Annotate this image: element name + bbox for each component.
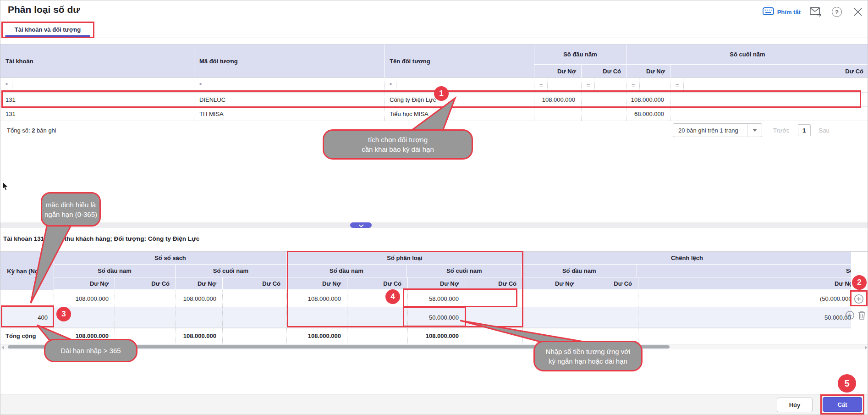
col-book-open-credit[interactable]: Dư Có [115, 277, 176, 290]
close-icon[interactable] [852, 6, 864, 18]
scroll-right-icon[interactable] [865, 346, 867, 349]
cell-book-open-debit [54, 307, 115, 327]
col-header-object-name[interactable]: Tên đối tượng [385, 44, 534, 78]
total-cls-open-credit [347, 328, 408, 343]
total-book-close-debit: 108.000.000 [176, 328, 223, 343]
prev-page-button[interactable]: Trước [773, 127, 790, 134]
subgroup-diff-closing: Số cuối năm [637, 265, 851, 277]
page-size-select[interactable]: 20 bản ghi trên 1 trang [673, 123, 762, 137]
col-header-open-credit[interactable]: Dư Có [582, 65, 626, 78]
horizontal-scrollbar[interactable] [0, 344, 868, 349]
table-row[interactable]: 131 TH MISA Tiểu học MISA 68.000.000 [0, 107, 868, 121]
record-count: Tổng số: 2 bản ghi [7, 127, 56, 134]
total-label: Tổng cộng [0, 328, 54, 343]
save-button[interactable]: Cất [823, 397, 862, 412]
col-diff-open-debit[interactable]: Dư Nợ [523, 277, 580, 290]
col-header-term[interactable]: Kỳ hạn (Ngày) [0, 252, 54, 290]
subgroup-cls-closing: Số cuối năm [407, 265, 522, 277]
total-cls-close-credit [465, 328, 523, 343]
objects-table-header: Tài khoản Mã đối tượng Tên đối tượng Số … [0, 44, 868, 78]
col-cls-close-debit[interactable]: Dư Nợ [408, 277, 465, 290]
group-header-opening: Số đầu năm [534, 44, 626, 65]
col-book-close-debit[interactable]: Dư Nợ [176, 277, 223, 290]
tooltip-default-short-term: mặc định hiểu làngắn hạn (0-365) [41, 192, 101, 227]
pagination: 20 bản ghi trên 1 trang Trước 1 Sau [673, 123, 830, 137]
col-cls-close-credit[interactable]: Dư Có [465, 277, 523, 290]
cell-cls-close-debit[interactable]: 50.000.000 [408, 307, 465, 327]
header-actions: Phím tắt ? [763, 6, 864, 18]
shortcut-button[interactable]: Phím tắt [763, 7, 801, 17]
filter-open-credit[interactable]: = [582, 78, 626, 92]
tab-accounts-objects[interactable]: Tài khoản và đối tượng [2, 22, 93, 37]
term-input[interactable]: 400 [0, 307, 54, 327]
keyboard-icon [763, 7, 774, 17]
cell-cls-open-credit[interactable] [347, 307, 408, 327]
cell-term[interactable] [0, 290, 54, 307]
subgroup-diff-opening: Số đầu năm [522, 265, 637, 277]
filter-close-debit[interactable]: = [626, 78, 670, 92]
delete-row-icon[interactable] [857, 310, 866, 321]
cell-cls-open-debit[interactable] [287, 307, 347, 327]
col-header-object-code[interactable]: Mã đối tượng [194, 44, 385, 78]
splitter-bar [0, 222, 868, 228]
filter-open-debit[interactable]: = [534, 78, 582, 92]
objects-table: Tài khoản Mã đối tượng Tên đối tượng Số … [0, 44, 868, 121]
subgroup-book-closing: Số cuối năm [176, 265, 286, 277]
balance-classification-dialog: Phân loại số dư Phím tắt ? Tài khoản và … [0, 0, 868, 415]
cell-diff-open-credit [580, 307, 638, 327]
filter-close-credit[interactable]: = [670, 78, 868, 92]
total-cls-open-debit: 108.000.000 [287, 328, 347, 343]
term-row[interactable]: 400 50.000.000 50.000.000 [0, 307, 851, 328]
send-mail-icon[interactable] [810, 6, 822, 18]
tab-bar: Tài khoản và đối tượng [0, 22, 868, 38]
add-row-icon[interactable] [845, 310, 855, 321]
group-header-closing: Số cuối năm [626, 44, 868, 65]
total-diff-open-debit [523, 328, 580, 343]
total-book-open-credit [115, 328, 176, 343]
col-header-open-debit[interactable]: Dư Nợ [534, 65, 582, 78]
term-row[interactable]: 108.000.000 108.000.000 108.000.000 58.0… [0, 290, 851, 307]
annotation-step-5: 5 [838, 374, 856, 393]
col-header-close-debit[interactable]: Dư Nợ [626, 65, 670, 78]
cell-cls-close-credit[interactable] [465, 307, 523, 327]
cell-book-open-debit: 108.000.000 [54, 290, 115, 307]
col-header-account[interactable]: Tài khoản [0, 44, 194, 78]
chevron-down-icon [358, 222, 364, 229]
tab-label: Tài khoản và đối tượng [15, 26, 81, 33]
cell-cls-open-credit[interactable] [347, 290, 408, 307]
col-header-close-credit[interactable]: Dư Có [670, 65, 868, 78]
cell-cls-close-debit[interactable]: 58.000.000 [408, 290, 465, 307]
total-book-close-credit [223, 328, 287, 343]
row-actions [845, 310, 866, 321]
filter-object-code[interactable]: * [194, 78, 385, 92]
col-cls-open-credit[interactable]: Dư Có [347, 277, 408, 290]
col-book-close-credit[interactable]: Dư Có [223, 277, 287, 290]
help-icon[interactable]: ? [831, 6, 843, 18]
scrollbar-thumb[interactable] [8, 345, 670, 349]
filter-object-name[interactable]: * [385, 78, 534, 92]
cancel-button[interactable]: Hủy [777, 398, 813, 412]
cell-diff-open-debit [523, 307, 580, 327]
cell-cls-open-debit[interactable]: 108.000.000 [287, 290, 347, 307]
group-classified: Số phân loại [287, 252, 523, 265]
group-difference: Chênh lệch [523, 252, 851, 265]
record-count-value: 2 [32, 127, 35, 134]
cell-open-debit [534, 107, 582, 121]
col-diff-close-debit[interactable]: Dư Nợ [638, 277, 851, 290]
cell-open-credit [582, 107, 626, 121]
col-cls-open-debit[interactable]: Dư Nợ [287, 277, 347, 290]
table-row[interactable]: 131 DIENLUC Công ty Điện Lực 108.000.000… [0, 93, 868, 107]
col-diff-open-credit[interactable]: Dư Có [580, 277, 638, 290]
filter-account[interactable]: * [0, 78, 194, 92]
scroll-left-icon[interactable] [2, 346, 4, 349]
cell-diff-open-debit [523, 290, 580, 307]
current-page-box[interactable]: 1 [798, 124, 811, 136]
cell-open-debit: 108.000.000 [534, 93, 582, 106]
col-book-open-debit[interactable]: Dư Nợ [54, 277, 115, 290]
cell-cls-close-credit[interactable] [465, 290, 523, 307]
next-page-button[interactable]: Sau [819, 127, 830, 134]
add-term-icon[interactable] [850, 293, 868, 305]
cell-book-open-credit [115, 307, 176, 327]
collapse-panel-button[interactable] [350, 222, 372, 228]
cell-object-code: TH MISA [194, 107, 385, 121]
